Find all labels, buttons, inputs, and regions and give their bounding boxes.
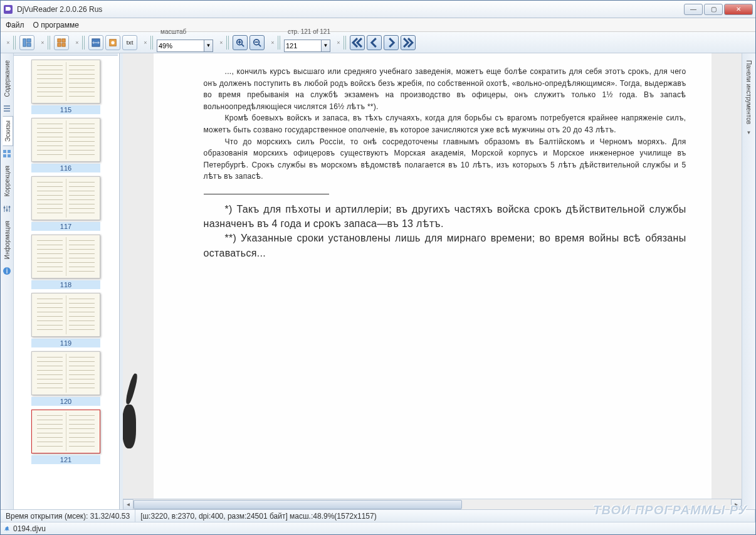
scale-input[interactable] xyxy=(157,40,204,52)
svg-rect-2 xyxy=(27,38,31,41)
thumbnail-label: 118 xyxy=(31,280,100,289)
dropdown-arrow-icon[interactable]: ▼ xyxy=(322,40,330,52)
thumbnail-121[interactable]: 121 xyxy=(20,410,112,464)
statusbar-2: 0194.djvu xyxy=(1,522,755,534)
grip-icon[interactable] xyxy=(344,36,347,50)
thumbnail-119[interactable]: 119 xyxy=(20,293,112,347)
thumbnail-label: 120 xyxy=(31,397,100,406)
thumbnail-117[interactable]: 117 xyxy=(20,176,112,231)
thumbnail-image xyxy=(31,60,100,103)
dropdown-arrow-icon[interactable]: ▼ xyxy=(204,40,213,52)
status-file: 0194.djvu xyxy=(1,524,50,533)
menu-file[interactable]: Файл xyxy=(6,21,24,29)
tab-contents[interactable]: Содержание xyxy=(2,56,13,101)
thumbnail-label: 121 xyxy=(31,455,100,464)
sliders-icon xyxy=(3,204,11,213)
svg-point-17 xyxy=(4,206,6,208)
group-close-icon[interactable]: × xyxy=(39,40,46,46)
svg-rect-1 xyxy=(23,38,26,46)
grip-icon[interactable] xyxy=(226,36,229,50)
tab-information[interactable]: Информация xyxy=(2,216,13,263)
text-mode-button[interactable]: txt xyxy=(122,35,137,50)
info-icon: i xyxy=(3,267,11,275)
horizontal-scrollbar[interactable]: ◄ ► xyxy=(123,499,742,509)
footnote: *) Такъ для пѣхоты и артиллеріи; въ друг… xyxy=(204,202,686,231)
left-tabs: Содержание Эскизы Коррекция Информация i xyxy=(1,53,14,509)
grip-icon[interactable] xyxy=(13,36,16,50)
prev-page-button[interactable] xyxy=(367,35,382,50)
group-close-icon[interactable]: × xyxy=(270,40,276,46)
footnote: **) Указанные сроки установлены лишь для… xyxy=(204,231,686,260)
svg-rect-16 xyxy=(8,154,11,157)
thumbnail-118[interactable]: 118 xyxy=(20,235,112,289)
last-page-button[interactable] xyxy=(401,35,416,50)
paragraph: Что до морскихъ силъ Россіи, то онѣ соср… xyxy=(204,136,686,183)
svg-rect-7 xyxy=(62,43,65,46)
thumbnail-image xyxy=(31,351,100,395)
layout-panels-button[interactable] xyxy=(19,35,34,50)
minimize-button[interactable]: — xyxy=(684,4,703,15)
zoom-in-button[interactable] xyxy=(233,35,248,50)
group-close-icon[interactable]: × xyxy=(142,40,149,46)
status-page-info: [ш:3220, в:2370, dpi:400, разм:24501 бай… xyxy=(135,510,755,522)
list-icon xyxy=(3,104,11,113)
svg-point-19 xyxy=(9,206,11,208)
titlebar[interactable]: DjVuReader 2.0.0.26 Rus — ▢ ✕ xyxy=(1,1,755,18)
zoom-out-button[interactable] xyxy=(249,35,265,50)
right-panel-label[interactable]: Панели инструментов xyxy=(743,57,754,127)
scroll-left-button[interactable]: ◄ xyxy=(123,499,134,510)
menu-about[interactable]: О программе xyxy=(33,21,79,29)
paragraph: Кромѣ боевыхъ войскъ и запаса, въ тѣхъ с… xyxy=(204,112,686,135)
thumbnail-image xyxy=(31,118,100,162)
pin-icon xyxy=(4,526,11,532)
tab-correction[interactable]: Коррекция xyxy=(2,161,13,201)
thumbnail-label: 117 xyxy=(31,222,100,231)
svg-rect-3 xyxy=(27,43,31,46)
maximize-button[interactable]: ▢ xyxy=(704,4,723,15)
svg-point-18 xyxy=(6,209,8,211)
thumbnail-115[interactable]: 115 xyxy=(20,60,112,114)
right-panel: Панели инструментов ▼ xyxy=(742,53,755,509)
thumbnail-label: 116 xyxy=(31,164,100,172)
fit-width-button[interactable] xyxy=(88,35,103,50)
content-area: ..., кончилъ курсъ высшаго или средняго … xyxy=(123,53,742,509)
scan-artifact xyxy=(124,373,139,405)
thumbnail-image xyxy=(31,235,100,278)
svg-rect-6 xyxy=(58,43,61,46)
thumbs-icon xyxy=(3,149,11,158)
app-window: DjVuReader 2.0.0.26 Rus — ▢ ✕ Файл О про… xyxy=(0,0,756,535)
grip-icon[interactable] xyxy=(82,36,85,50)
first-page-button[interactable] xyxy=(350,35,365,50)
statusbar: Время открытия (мсек): 31.32/40.53 [ш:32… xyxy=(1,509,755,522)
group-close-icon[interactable]: × xyxy=(218,40,224,46)
layout-tiles-button[interactable] xyxy=(54,35,69,50)
window-title: DjVuReader 2.0.0.26 Rus xyxy=(17,5,684,14)
scrollbar-track[interactable] xyxy=(134,499,731,510)
thumbnails-pane[interactable]: 115116117118119120121 xyxy=(14,53,119,509)
page-input[interactable] xyxy=(284,40,322,52)
group-close-icon[interactable]: × xyxy=(5,40,11,46)
left-panel: Содержание Эскизы Коррекция Информация i… xyxy=(1,53,120,509)
scrollbar-thumb[interactable] xyxy=(134,500,462,509)
thumbnail-image xyxy=(31,176,100,220)
group-close-icon[interactable]: × xyxy=(335,40,342,46)
next-page-button[interactable] xyxy=(384,35,399,50)
scale-label: масштаб xyxy=(157,28,213,35)
thumbnail-120[interactable]: 120 xyxy=(20,351,112,406)
scroll-right-button[interactable]: ► xyxy=(731,499,742,510)
svg-point-10 xyxy=(111,41,114,44)
tab-thumbnails[interactable]: Эскизы xyxy=(3,116,13,146)
close-button[interactable]: ✕ xyxy=(724,4,753,15)
page-count-label: стр. 121 of 121 xyxy=(284,28,330,35)
document-view[interactable]: ..., кончилъ курсъ высшаго или средняго … xyxy=(123,53,742,499)
chevron-down-icon[interactable]: ▼ xyxy=(747,130,752,135)
group-close-icon[interactable]: × xyxy=(74,40,80,46)
filename-label: 0194.djvu xyxy=(13,524,46,533)
fit-page-button[interactable] xyxy=(105,35,120,50)
page-content: ..., кончилъ курсъ высшаго или средняго … xyxy=(154,53,711,499)
grip-icon[interactable] xyxy=(278,36,281,50)
grip-icon[interactable] xyxy=(150,36,154,50)
svg-rect-4 xyxy=(58,38,61,41)
grip-icon[interactable] xyxy=(48,36,51,50)
thumbnail-116[interactable]: 116 xyxy=(20,118,112,172)
